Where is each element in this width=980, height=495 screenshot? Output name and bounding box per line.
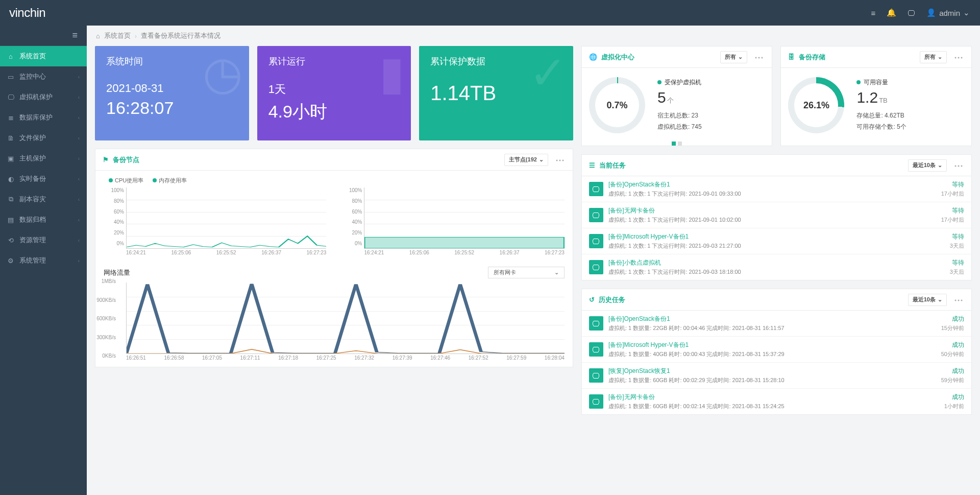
pager[interactable]: [582, 138, 772, 146]
panel-backup-node: ⚑ 备份节点 主节点(192⌄ ⋯ CPU使用率 内存使用率: [95, 149, 573, 367]
database-icon: 🗄: [788, 53, 795, 61]
tile-hours: 4.9小时: [268, 100, 400, 124]
task-name: [恢复]OpenStack恢复1: [608, 367, 936, 375]
task-name: [备份]无网卡备份: [608, 206, 936, 215]
sidebar-item[interactable]: 🗎 文件保护 ‹: [0, 128, 87, 148]
virt-ring: 0.7%: [589, 77, 645, 133]
sidebar: ≡ ⌂ 系统首页 ▭ 监控中心 ‹🖵 虚拟机保护 ‹≣ 数据库保护 ‹🗎 文件保…: [0, 26, 87, 495]
stat-unit: 个: [667, 97, 674, 104]
list-icon[interactable]: ≡: [871, 9, 875, 17]
vm-icon: 🖵: [589, 394, 603, 409]
task-row[interactable]: 🖵 [备份]Microsoft Hyper-V备份1 虚拟机: 1 次数: 1 …: [582, 228, 971, 254]
nav-label: 系统首页: [19, 52, 46, 61]
nav-icon: ⧉: [7, 195, 14, 203]
monitor-icon[interactable]: 🖵: [908, 9, 915, 17]
vm-icon: 🖵: [589, 368, 603, 383]
nav-icon: ≣: [7, 114, 14, 122]
tasks-icon: ☰: [589, 161, 595, 169]
task-status: 成功: [944, 393, 964, 402]
task-row[interactable]: 🖵 [备份]无网卡备份 虚拟机: 1 数据量: 60GB 耗时: 00:02:1…: [582, 389, 971, 414]
bell-icon[interactable]: 🔔: [887, 8, 896, 17]
stat-unit: TB: [879, 97, 888, 104]
task-count-selector[interactable]: 最近10条⌄: [908, 159, 947, 172]
task-row[interactable]: 🖵 [备份]无网卡备份 虚拟机: 1 次数: 1 下次运行时间: 2021-09…: [582, 202, 971, 228]
stat-big: 5: [657, 89, 666, 106]
chevron-down-icon: ⌄: [963, 8, 970, 17]
task-row[interactable]: 🖵 [恢复]OpenStack恢复1 虚拟机: 1 数据量: 60GB 耗时: …: [582, 363, 971, 389]
sidebar-item[interactable]: ⌂ 系统首页: [0, 46, 87, 66]
more-icon[interactable]: ⋯: [954, 52, 964, 63]
task-detail: 虚拟机: 1 数据量: 60GB 耗时: 00:02:29 完成时间: 2021…: [608, 376, 936, 384]
task-status: 等待: [941, 206, 964, 215]
panel-title: 历史任务: [599, 295, 625, 304]
panel-storage: 🗄 备份存储 所有⌄ ⋯ 26.1% 可用容量: [780, 46, 972, 146]
vm-icon: 🖵: [589, 208, 603, 222]
sidebar-item[interactable]: ⚙ 系统管理 ‹: [0, 250, 87, 271]
stat-line: 宿主机总数: 23: [657, 110, 765, 122]
sidebar-item[interactable]: ⟲ 资源管理 ‹: [0, 230, 87, 250]
chevron-left-icon: ‹: [78, 74, 80, 80]
main: ⌂ 系统首页 › 查看备份系统运行基本情况 ◷ 系统时间 2021-08-31 …: [87, 26, 980, 495]
legend-mem: 内存使用率: [153, 177, 187, 184]
stat-line: 可用存储个数: 5个: [856, 122, 964, 133]
stat-line: 虚拟机总数: 745: [657, 122, 765, 133]
task-status: 等待: [950, 232, 964, 241]
panel-title: 当前任务: [599, 161, 626, 170]
mem-chart: 100%80%60%40%20%0% 16:24:2116:25:0616:25…: [341, 187, 564, 255]
network-chart: 1MB/s900KB/s600KB/s300KB/s0KB/s 16:26:51…: [95, 278, 573, 367]
sidebar-item[interactable]: ▭ 监控中心 ‹: [0, 66, 87, 87]
task-row[interactable]: 🖵 [备份]小数点虚拟机 虚拟机: 1 次数: 1 下次运行时间: 2021-0…: [582, 254, 971, 280]
chevron-left-icon: ‹: [78, 197, 80, 202]
more-icon[interactable]: ⋯: [754, 52, 765, 63]
chevron-left-icon: ‹: [78, 217, 80, 223]
user-icon: 👤: [926, 8, 936, 17]
sidebar-item[interactable]: ▤ 数据归档 ‹: [0, 209, 87, 230]
history-count-selector[interactable]: 最近10条⌄: [908, 294, 947, 306]
task-detail: 虚拟机: 1 数据量: 40GB 耗时: 00:00:43 完成时间: 2021…: [608, 350, 936, 358]
more-icon[interactable]: ⋯: [954, 160, 964, 171]
panel-history-tasks: ↺ 历史任务 最近10条⌄ ⋯ 🖵 [备份]OpenStack备份1 虚拟机: …: [581, 289, 972, 415]
chevron-left-icon: ‹: [78, 95, 80, 100]
nav-icon: ▭: [7, 73, 14, 81]
tile-system-time: ◷ 系统时间 2021-08-31 16:28:07: [95, 46, 249, 140]
stat-line: 存储总量: 4.62TB: [856, 110, 964, 122]
chevron-right-icon: ›: [135, 32, 137, 40]
task-row[interactable]: 🖵 [备份]OpenStack备份1 虚拟机: 1 数据量: 22GB 耗时: …: [582, 311, 971, 337]
task-name: [备份]小数点虚拟机: [608, 258, 945, 267]
user-menu[interactable]: 👤 admin ⌄: [926, 8, 970, 17]
breadcrumb-root[interactable]: 系统首页: [104, 31, 131, 40]
panel-title: 备份节点: [113, 155, 139, 164]
nav-icon: ⟲: [7, 237, 14, 244]
sidebar-item[interactable]: ⧉ 副本容灾 ‹: [0, 189, 87, 209]
topbar: vinchin ≡ 🔔 🖵 👤 admin ⌄: [0, 0, 980, 26]
sidebar-item[interactable]: ◐ 实时备份 ‹: [0, 169, 87, 189]
sidebar-item[interactable]: 🖵 虚拟机保护 ‹: [0, 87, 87, 107]
task-row[interactable]: 🖵 [备份]OpenStack备份1 虚拟机: 1 次数: 1 下次运行时间: …: [582, 176, 971, 202]
more-icon[interactable]: ⋯: [555, 154, 566, 166]
task-detail: 虚拟机: 1 数据量: 22GB 耗时: 00:04:46 完成时间: 2021…: [608, 324, 936, 332]
sidebar-item[interactable]: ▣ 主机保护 ‹: [0, 148, 87, 169]
nav-label: 数据归档: [19, 215, 46, 224]
task-detail: 虚拟机: 1 次数: 1 下次运行时间: 2021-09-01 10:02:00: [608, 216, 936, 224]
task-name: [备份]OpenStack备份1: [608, 180, 936, 189]
store-filter[interactable]: 所有⌄: [920, 51, 947, 63]
task-row[interactable]: 🖵 [备份]Microsoft Hyper-V备份1 虚拟机: 1 数据量: 4…: [582, 337, 971, 363]
sidebar-item[interactable]: ≣ 数据库保护 ‹: [0, 107, 87, 128]
nav-icon: ◐: [7, 175, 14, 183]
virt-filter[interactable]: 所有⌄: [720, 51, 747, 63]
nav-label: 数据库保护: [19, 113, 53, 122]
chevron-down-icon: ⌄: [539, 156, 544, 163]
chevron-down-icon: ⌄: [554, 269, 559, 276]
node-selector[interactable]: 主节点(192⌄: [504, 154, 548, 166]
nav-label: 副本容灾: [19, 195, 46, 204]
history-icon: ↺: [589, 296, 595, 303]
panel-virtualization: 🌐 虚拟化中心 所有⌄ ⋯ 0.7% 受保护虚拟机: [581, 46, 773, 146]
task-detail: 虚拟机: 1 次数: 1 下次运行时间: 2021-09-03 18:18:00: [608, 268, 945, 276]
more-icon[interactable]: ⋯: [954, 294, 964, 305]
task-name: [备份]Microsoft Hyper-V备份1: [608, 232, 945, 241]
chevron-left-icon: ‹: [78, 156, 80, 161]
nic-selector[interactable]: 所有网卡⌄: [488, 267, 565, 278]
panel-title: 备份存储: [799, 53, 825, 62]
task-detail: 虚拟机: 1 次数: 1 下次运行时间: 2021-09-01 09:33:00: [608, 190, 936, 198]
sidebar-collapse-button[interactable]: ≡: [0, 26, 87, 46]
